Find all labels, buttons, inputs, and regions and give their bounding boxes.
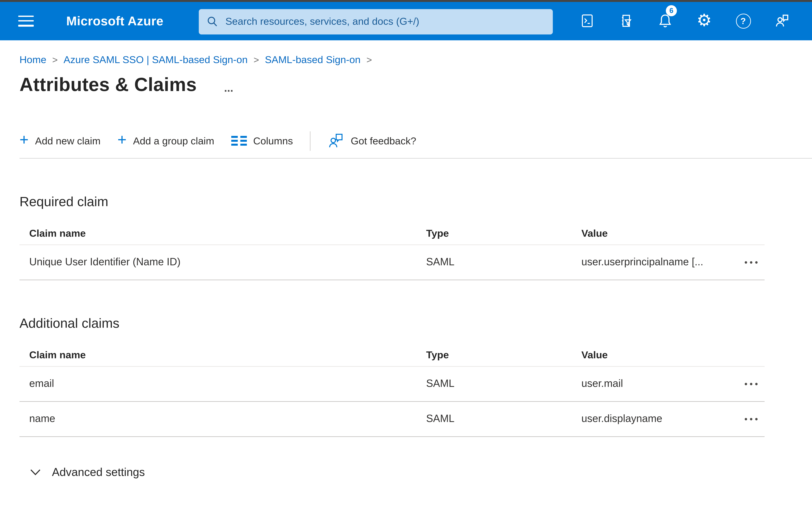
add-new-claim-button[interactable]: + Add new claim bbox=[20, 134, 100, 147]
required-claim-table: Claim name Type Value Unique User Identi… bbox=[20, 222, 764, 280]
brand-logo: Microsoft Azure bbox=[66, 13, 164, 28]
subscription-filter-icon bbox=[618, 13, 634, 29]
chevron-right-icon: > bbox=[254, 54, 259, 65]
notifications-button[interactable]: 6 bbox=[646, 2, 685, 40]
value-cell: user.userprincipalname [... bbox=[581, 256, 741, 268]
table-row[interactable]: email SAML user.mail ••• bbox=[20, 367, 764, 402]
feedback-icon bbox=[327, 133, 344, 149]
breadcrumb-saml-signon[interactable]: SAML-based Sign-on bbox=[265, 54, 360, 65]
search-icon bbox=[207, 16, 218, 27]
type-cell: SAML bbox=[426, 256, 581, 268]
chevron-right-icon: > bbox=[52, 54, 58, 65]
type-cell: SAML bbox=[426, 413, 581, 425]
plus-icon: + bbox=[117, 132, 126, 147]
page-title: Attributes & Claims bbox=[20, 74, 197, 95]
title-row: Attributes & Claims ... bbox=[20, 74, 812, 95]
claim-name-cell: email bbox=[20, 378, 426, 389]
row-menu-button[interactable]: ••• bbox=[741, 379, 767, 388]
add-new-claim-label: Add new claim bbox=[35, 135, 100, 146]
value-cell: user.displayname bbox=[581, 413, 741, 425]
toolbar-divider bbox=[310, 131, 311, 151]
help-button[interactable]: ? bbox=[724, 2, 763, 40]
advanced-settings-toggle[interactable]: Advanced settings bbox=[30, 465, 145, 479]
add-group-claim-label: Add a group claim bbox=[133, 135, 214, 146]
row-menu-button[interactable]: ••• bbox=[741, 257, 767, 267]
title-more-menu[interactable]: ... bbox=[224, 86, 233, 90]
table-row[interactable]: name SAML user.displayname ••• bbox=[20, 402, 764, 437]
feedback-button[interactable] bbox=[763, 2, 802, 40]
toolbar-separator bbox=[20, 158, 812, 158]
columns-button[interactable]: Columns bbox=[231, 135, 293, 146]
column-type: Type bbox=[426, 349, 581, 360]
azure-portal-window: Microsoft Azure bbox=[0, 0, 812, 514]
gear-icon: ⚙ bbox=[697, 12, 712, 29]
global-search[interactable] bbox=[199, 9, 553, 34]
column-claim-name: Claim name bbox=[20, 349, 426, 360]
search-input[interactable] bbox=[224, 15, 545, 28]
got-feedback-button[interactable]: Got feedback? bbox=[327, 133, 416, 149]
additional-claims-table: Claim name Type Value email SAML user.ma… bbox=[20, 344, 764, 437]
help-icon: ? bbox=[736, 13, 751, 28]
breadcrumb: Home > Azure SAML SSO | SAML-based Sign-… bbox=[20, 54, 812, 65]
top-bar: Microsoft Azure bbox=[0, 2, 812, 40]
add-group-claim-button[interactable]: + Add a group claim bbox=[117, 134, 214, 147]
hamburger-icon bbox=[18, 15, 34, 17]
settings-button[interactable]: ⚙ bbox=[685, 2, 724, 40]
columns-icon bbox=[231, 136, 247, 146]
advanced-settings-label: Advanced settings bbox=[52, 465, 145, 479]
breadcrumb-home[interactable]: Home bbox=[20, 54, 46, 65]
chevron-down-icon bbox=[30, 468, 41, 476]
additional-claims-heading: Additional claims bbox=[20, 315, 812, 331]
window-edge bbox=[0, 0, 812, 2]
user-feedback-icon bbox=[774, 12, 790, 29]
value-cell: user.mail bbox=[581, 378, 741, 389]
required-claim-heading: Required claim bbox=[20, 193, 812, 209]
type-cell: SAML bbox=[426, 378, 581, 389]
column-value: Value bbox=[581, 227, 741, 239]
table-header: Claim name Type Value bbox=[20, 344, 764, 367]
subscription-filter-button[interactable] bbox=[607, 2, 646, 40]
hamburger-menu-button[interactable] bbox=[18, 15, 34, 26]
claim-name-cell: Unique User Identifier (Name ID) bbox=[20, 256, 426, 268]
breadcrumb-app-sso[interactable]: Azure SAML SSO | SAML-based Sign-on bbox=[63, 54, 248, 65]
table-row[interactable]: Unique User Identifier (Name ID) SAML us… bbox=[20, 245, 764, 280]
column-type: Type bbox=[426, 227, 581, 239]
plus-icon: + bbox=[20, 132, 29, 147]
claim-name-cell: name bbox=[20, 413, 426, 425]
cloud-shell-icon bbox=[579, 13, 595, 29]
column-claim-name: Claim name bbox=[20, 227, 426, 239]
cloud-shell-button[interactable] bbox=[568, 2, 607, 40]
notification-badge: 6 bbox=[666, 5, 677, 16]
row-menu-button[interactable]: ••• bbox=[741, 414, 767, 424]
chevron-right-icon: > bbox=[366, 54, 372, 65]
command-bar: + Add new claim + Add a group claim Colu… bbox=[20, 129, 812, 153]
got-feedback-label: Got feedback? bbox=[351, 135, 416, 146]
header-icon-group: 6 ⚙ ? bbox=[568, 2, 802, 40]
column-value: Value bbox=[581, 349, 741, 360]
columns-label: Columns bbox=[253, 135, 293, 146]
table-header: Claim name Type Value bbox=[20, 222, 764, 245]
